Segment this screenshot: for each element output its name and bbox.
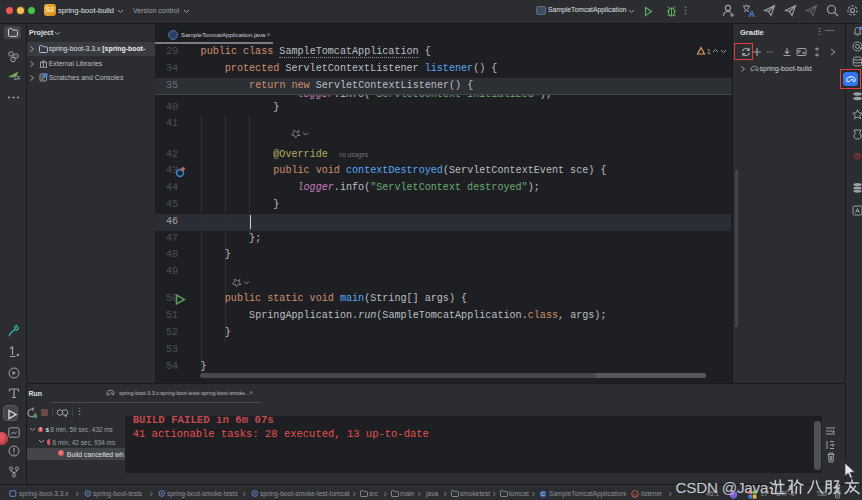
svg-text:C: C — [541, 491, 546, 497]
svg-text:m: m — [632, 491, 637, 497]
svg-text:A: A — [749, 9, 756, 18]
svg-text:1: 1 — [707, 47, 712, 56]
svg-text:SR: SR — [14, 75, 20, 81]
